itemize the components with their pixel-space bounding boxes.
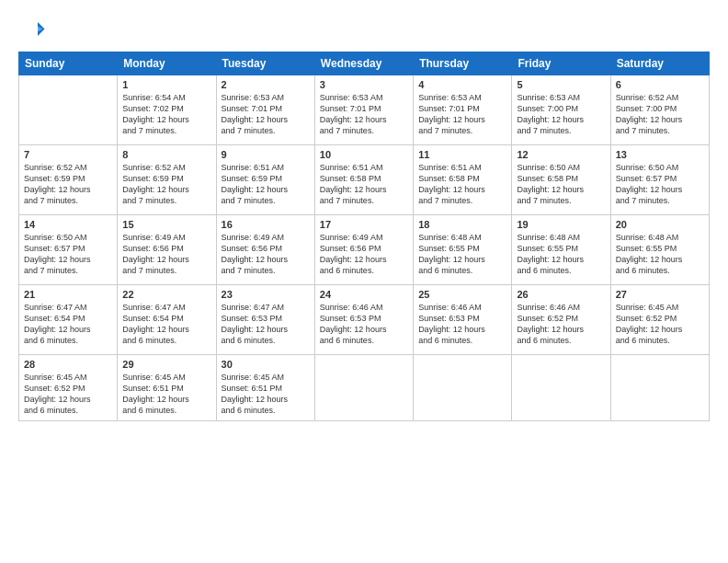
day-info: Sunrise: 6:50 AM Sunset: 6:57 PM Dayligh… <box>24 232 112 277</box>
calendar-cell: 2Sunrise: 6:53 AM Sunset: 7:01 PM Daylig… <box>216 75 314 145</box>
col-header-tuesday: Tuesday <box>216 52 314 75</box>
day-info: Sunrise: 6:49 AM Sunset: 6:56 PM Dayligh… <box>222 232 310 277</box>
day-info: Sunrise: 6:51 AM Sunset: 6:59 PM Dayligh… <box>222 162 310 207</box>
day-info: Sunrise: 6:54 AM Sunset: 7:02 PM Dayligh… <box>122 92 210 137</box>
calendar-cell <box>610 355 709 421</box>
calendar-cell: 27Sunrise: 6:45 AM Sunset: 6:52 PM Dayli… <box>610 285 709 355</box>
calendar-cell: 19Sunrise: 6:48 AM Sunset: 6:55 PM Dayli… <box>512 215 610 285</box>
calendar-cell: 22Sunrise: 6:47 AM Sunset: 6:54 PM Dayli… <box>118 285 216 355</box>
day-info: Sunrise: 6:45 AM Sunset: 6:52 PM Dayligh… <box>24 372 112 417</box>
header <box>18 17 710 44</box>
day-info: Sunrise: 6:46 AM Sunset: 6:53 PM Dayligh… <box>320 302 408 347</box>
calendar-cell: 26Sunrise: 6:46 AM Sunset: 6:52 PM Dayli… <box>512 285 610 355</box>
day-number: 28 <box>24 359 112 370</box>
calendar-cell: 11Sunrise: 6:51 AM Sunset: 6:58 PM Dayli… <box>414 145 512 215</box>
col-header-monday: Monday <box>118 52 216 75</box>
day-info: Sunrise: 6:50 AM Sunset: 6:58 PM Dayligh… <box>517 162 605 207</box>
day-info: Sunrise: 6:45 AM Sunset: 6:51 PM Dayligh… <box>222 372 310 417</box>
calendar-cell: 1Sunrise: 6:54 AM Sunset: 7:02 PM Daylig… <box>118 75 216 145</box>
day-info: Sunrise: 6:53 AM Sunset: 7:01 PM Dayligh… <box>222 92 310 137</box>
day-info: Sunrise: 6:48 AM Sunset: 6:55 PM Dayligh… <box>418 232 506 277</box>
calendar-cell: 13Sunrise: 6:50 AM Sunset: 6:57 PM Dayli… <box>610 145 709 215</box>
day-info: Sunrise: 6:47 AM Sunset: 6:54 PM Dayligh… <box>24 302 112 347</box>
calendar-cell: 28Sunrise: 6:45 AM Sunset: 6:52 PM Dayli… <box>19 355 118 421</box>
calendar-cell: 30Sunrise: 6:45 AM Sunset: 6:51 PM Dayli… <box>216 355 314 421</box>
week-row-4: 21Sunrise: 6:47 AM Sunset: 6:54 PM Dayli… <box>19 285 710 355</box>
day-info: Sunrise: 6:46 AM Sunset: 6:52 PM Dayligh… <box>517 302 605 347</box>
day-number: 23 <box>222 289 310 300</box>
calendar-cell: 23Sunrise: 6:47 AM Sunset: 6:53 PM Dayli… <box>216 285 314 355</box>
day-number: 16 <box>222 219 310 230</box>
day-info: Sunrise: 6:49 AM Sunset: 6:56 PM Dayligh… <box>320 232 408 277</box>
calendar-cell <box>19 75 118 145</box>
day-number: 20 <box>616 219 704 230</box>
day-info: Sunrise: 6:45 AM Sunset: 6:51 PM Dayligh… <box>122 372 210 417</box>
day-number: 14 <box>24 219 112 230</box>
day-number: 10 <box>320 149 408 160</box>
day-info: Sunrise: 6:45 AM Sunset: 6:52 PM Dayligh… <box>616 302 704 347</box>
day-number: 29 <box>122 359 210 370</box>
day-info: Sunrise: 6:52 AM Sunset: 6:59 PM Dayligh… <box>24 162 112 207</box>
calendar-cell <box>512 355 610 421</box>
page: SundayMondayTuesdayWednesdayThursdayFrid… <box>0 0 728 563</box>
week-row-3: 14Sunrise: 6:50 AM Sunset: 6:57 PM Dayli… <box>19 215 710 285</box>
col-header-friday: Friday <box>512 52 610 75</box>
day-info: Sunrise: 6:48 AM Sunset: 6:55 PM Dayligh… <box>517 232 605 277</box>
day-number: 21 <box>24 289 112 300</box>
logo <box>18 17 50 44</box>
calendar-cell: 18Sunrise: 6:48 AM Sunset: 6:55 PM Dayli… <box>414 215 512 285</box>
day-number: 12 <box>517 149 605 160</box>
calendar-cell: 6Sunrise: 6:52 AM Sunset: 7:00 PM Daylig… <box>610 75 709 145</box>
calendar-cell: 29Sunrise: 6:45 AM Sunset: 6:51 PM Dayli… <box>118 355 216 421</box>
calendar-cell: 15Sunrise: 6:49 AM Sunset: 6:56 PM Dayli… <box>118 215 216 285</box>
day-number: 7 <box>24 149 112 160</box>
calendar-cell: 12Sunrise: 6:50 AM Sunset: 6:58 PM Dayli… <box>512 145 610 215</box>
day-number: 13 <box>616 149 704 160</box>
calendar-cell: 10Sunrise: 6:51 AM Sunset: 6:58 PM Dayli… <box>314 145 413 215</box>
day-info: Sunrise: 6:48 AM Sunset: 6:55 PM Dayligh… <box>616 232 704 277</box>
col-header-wednesday: Wednesday <box>314 52 413 75</box>
col-header-thursday: Thursday <box>414 52 512 75</box>
calendar-cell: 8Sunrise: 6:52 AM Sunset: 6:59 PM Daylig… <box>118 145 216 215</box>
day-info: Sunrise: 6:52 AM Sunset: 6:59 PM Dayligh… <box>122 162 210 207</box>
day-number: 22 <box>122 289 210 300</box>
day-number: 15 <box>122 219 210 230</box>
day-number: 25 <box>418 289 506 300</box>
day-info: Sunrise: 6:50 AM Sunset: 6:57 PM Dayligh… <box>616 162 704 207</box>
week-row-2: 7Sunrise: 6:52 AM Sunset: 6:59 PM Daylig… <box>19 145 710 215</box>
header-row: SundayMondayTuesdayWednesdayThursdayFrid… <box>19 52 710 75</box>
calendar-table: SundayMondayTuesdayWednesdayThursdayFrid… <box>18 52 710 421</box>
day-number: 11 <box>418 149 506 160</box>
calendar-cell <box>414 355 512 421</box>
day-number: 3 <box>320 79 408 90</box>
day-info: Sunrise: 6:53 AM Sunset: 7:01 PM Dayligh… <box>320 92 408 137</box>
day-info: Sunrise: 6:49 AM Sunset: 6:56 PM Dayligh… <box>122 232 210 277</box>
day-number: 8 <box>122 149 210 160</box>
calendar-cell: 4Sunrise: 6:53 AM Sunset: 7:01 PM Daylig… <box>414 75 512 145</box>
day-info: Sunrise: 6:47 AM Sunset: 6:54 PM Dayligh… <box>122 302 210 347</box>
day-number: 4 <box>418 79 506 90</box>
calendar-cell: 14Sunrise: 6:50 AM Sunset: 6:57 PM Dayli… <box>19 215 118 285</box>
day-info: Sunrise: 6:53 AM Sunset: 7:00 PM Dayligh… <box>517 92 605 137</box>
day-info: Sunrise: 6:51 AM Sunset: 6:58 PM Dayligh… <box>418 162 506 207</box>
day-number: 2 <box>222 79 310 90</box>
day-info: Sunrise: 6:46 AM Sunset: 6:53 PM Dayligh… <box>418 302 506 347</box>
calendar-cell: 24Sunrise: 6:46 AM Sunset: 6:53 PM Dayli… <box>314 285 413 355</box>
logo-icon <box>18 17 46 44</box>
day-info: Sunrise: 6:53 AM Sunset: 7:01 PM Dayligh… <box>418 92 506 137</box>
day-info: Sunrise: 6:47 AM Sunset: 6:53 PM Dayligh… <box>222 302 310 347</box>
week-row-1: 1Sunrise: 6:54 AM Sunset: 7:02 PM Daylig… <box>19 75 710 145</box>
day-number: 1 <box>122 79 210 90</box>
calendar-cell: 9Sunrise: 6:51 AM Sunset: 6:59 PM Daylig… <box>216 145 314 215</box>
day-number: 30 <box>222 359 310 370</box>
calendar-cell: 17Sunrise: 6:49 AM Sunset: 6:56 PM Dayli… <box>314 215 413 285</box>
day-number: 19 <box>517 219 605 230</box>
day-number: 5 <box>517 79 605 90</box>
day-number: 24 <box>320 289 408 300</box>
day-number: 17 <box>320 219 408 230</box>
week-row-5: 28Sunrise: 6:45 AM Sunset: 6:52 PM Dayli… <box>19 355 710 421</box>
calendar-cell: 7Sunrise: 6:52 AM Sunset: 6:59 PM Daylig… <box>19 145 118 215</box>
day-info: Sunrise: 6:52 AM Sunset: 7:00 PM Dayligh… <box>616 92 704 137</box>
day-info: Sunrise: 6:51 AM Sunset: 6:58 PM Dayligh… <box>320 162 408 207</box>
col-header-sunday: Sunday <box>19 52 118 75</box>
